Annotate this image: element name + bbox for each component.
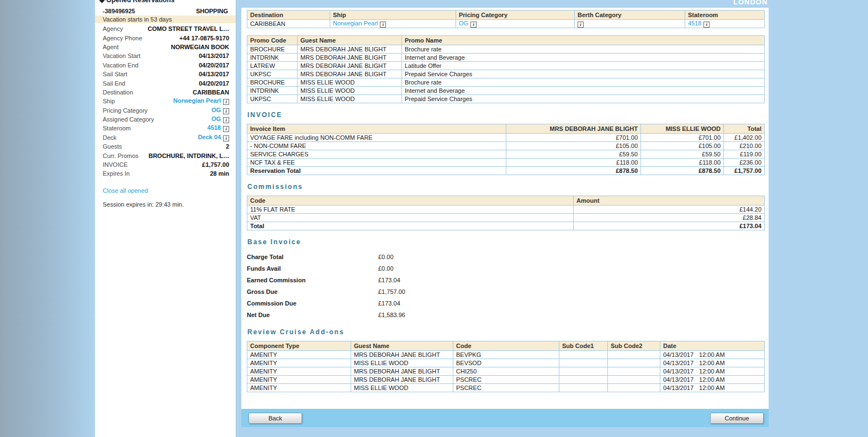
col-guest1: MRS DEBORAH JANE BLIGHT (506, 124, 641, 134)
footer-action-bar: Back Continue (241, 409, 769, 427)
reservation-id: -389496925 (103, 8, 135, 14)
addon-row: AMENITYMISS ELLIE WOODBEVSOD04/13/201712… (247, 359, 765, 367)
promo-row: BROCHUREMISS ELLIE WOODBrochure rate (247, 78, 765, 87)
commission-total-row: Total£173.04 (247, 222, 765, 230)
field-sail-end: Sail End 04/20/2017 (95, 78, 236, 87)
promo-row: UKPSCMRS DEBORAH JANE BLIGHTPrepaid Serv… (247, 70, 765, 78)
bi-funds-avail: Funds Avail£0.00 (247, 262, 764, 274)
location-label: LONDON (733, 0, 768, 6)
promo-row: UKPSCMISS ELLIE WOODPrepaid Service Char… (247, 95, 765, 103)
field-stateroom: Stateroom 4518i (95, 124, 236, 133)
col-stateroom: Stateroom (685, 10, 765, 20)
field-deck: Deck Deck 04i (95, 133, 236, 142)
col-code: Code (453, 341, 559, 351)
field-destination: Destination CARIBBEAN (95, 88, 236, 97)
addons-header-row: Component Type Guest Name Code Sub Code1… (247, 341, 765, 351)
invoice-row: SERVICE CHARGES£59.50£59.50£119.00 (247, 150, 765, 159)
vacation-countdown-notice: Vacation starts in 53 days (95, 15, 236, 23)
base-invoice-fields: Charge Total£0.00 Funds Avail£0.00 Earne… (247, 251, 764, 320)
commission-row: 11% FLAT RATE£144.20 (247, 206, 765, 214)
addons-table: Component Type Guest Name Code Sub Code1… (247, 341, 765, 392)
deck-link[interactable]: Deck 04 (198, 134, 221, 140)
col-berth-category: Berth Category (575, 10, 685, 20)
col-sub-code1: Sub Code1 (559, 341, 608, 351)
col-ship: Ship (330, 10, 456, 20)
field-guests: Guests 2 (95, 142, 236, 151)
col-promo-code: Promo Code (247, 36, 298, 45)
destination-cell: CARIBBEAN (247, 20, 330, 28)
opened-reservations-title: Opened Reservations (107, 0, 174, 4)
base-invoice-section-title: Base Invoice (247, 238, 764, 246)
promo-row: INTDRINKMISS ELLIE WOODInternet and Beve… (247, 87, 765, 95)
bi-commission-due: Commission Due£173.04 (247, 297, 764, 309)
main-content: Destination Ship Pricing Category Berth … (241, 8, 769, 392)
col-promo-name: Promo Name (402, 36, 765, 45)
stateroom-link[interactable]: 4518 (208, 124, 221, 131)
info-icon[interactable]: i (223, 126, 229, 132)
summary-table: Destination Ship Pricing Category Berth … (247, 10, 765, 28)
info-icon[interactable]: i (703, 22, 710, 28)
col-guest2: MISS ELLIE WOOD (641, 124, 724, 134)
addon-row: AMENITYMRS DEBORAH JANE BLIGHTCHI25004/1… (247, 367, 765, 376)
info-icon[interactable]: i (578, 22, 584, 28)
col-amount: Amount (574, 196, 765, 206)
commissions-section-title: Commissions (247, 183, 764, 191)
main-panel: Destination Ship Pricing Category Berth … (241, 8, 769, 427)
continue-button[interactable]: Continue (710, 413, 764, 424)
left-gradient-strip (0, 0, 95, 437)
field-vacation-start: Vacation Start 04/13/2017 (95, 51, 236, 60)
col-component-type: Component Type (247, 341, 351, 351)
field-sail-start: Sail Start 04/13/2017 (95, 70, 236, 78)
opened-reservations-header[interactable]: ◆ Opened Reservations (95, 0, 236, 6)
bi-net-due: Net Due£1,583.96 (247, 309, 764, 320)
field-pricing-category: Pricing Category OGi (95, 106, 236, 115)
pricing-category-link[interactable]: OG (459, 20, 468, 27)
promo-header-row: Promo Code Guest Name Promo Name (247, 36, 765, 45)
bi-earned-commission: Earned Commission£173.04 (247, 274, 764, 286)
session-expiry-text: Session expires in: 29:43 min. (103, 201, 236, 208)
commissions-header-row: Code Amount (247, 196, 765, 206)
reservation-fields: Agency COMO STREET TRAVEL L… Agency Phon… (95, 24, 236, 178)
info-icon[interactable]: i (223, 135, 229, 141)
invoice-header-row: Invoice Item MRS DEBORAH JANE BLIGHT MIS… (247, 124, 765, 134)
reservation-summary-row[interactable]: -389496925 SHOPPING (95, 6, 236, 15)
pricing-category-link[interactable]: OG (211, 107, 221, 113)
ship-link[interactable]: Norwegian Pearl (333, 20, 378, 27)
col-guest-name: Guest Name (351, 341, 453, 351)
info-icon[interactable]: i (223, 117, 229, 123)
invoice-section-title: INVOICE (247, 111, 764, 119)
field-expires-in: Expires In 28 min (95, 169, 236, 178)
close-all-opened-link[interactable]: Close all opened (103, 187, 236, 194)
commissions-table: Code Amount 11% FLAT RATE£144.20 VAT£28.… (247, 196, 765, 230)
info-icon[interactable]: i (380, 22, 386, 28)
promo-row: BROCHUREMRS DEBORAH JANE BLIGHTBrochure … (247, 45, 765, 54)
field-assigned-category: Assigned Category OGi (95, 115, 236, 124)
invoice-row: NCF TAX & FEE£118.00£118.00£236.00 (247, 159, 765, 167)
field-curr-promos: Curr. Promos BROCHURE, INTDRINK, L… (95, 151, 236, 160)
summary-row: CARIBBEAN Norwegian Pearli OGi i 4518i (247, 20, 765, 28)
ship-cell: Norwegian Pearli (330, 20, 456, 28)
promo-row: LATREWMRS DEBORAH JANE BLIGHTLatitude Of… (247, 62, 765, 70)
info-icon[interactable]: i (223, 99, 229, 105)
stateroom-link[interactable]: 4518 (688, 20, 701, 27)
col-sub-code2: Sub Code2 (608, 341, 660, 351)
opened-reservations-panel: ◆ Opened Reservations -389496925 SHOPPIN… (95, 0, 236, 437)
invoice-total-row: Reservation Total£878.50£878.50£1,757.00 (247, 167, 765, 175)
addon-row: AMENITYMISS ELLIE WOODPSCREC04/13/201712… (247, 384, 765, 392)
berth-category-cell: i (575, 20, 685, 28)
field-vacation-end: Vacation End 04/20/2017 (95, 61, 236, 70)
info-icon[interactable]: i (470, 22, 477, 28)
back-button[interactable]: Back (248, 413, 302, 424)
col-code: Code (247, 196, 574, 206)
assigned-category-link[interactable]: OG (211, 115, 221, 122)
invoice-table: Invoice Item MRS DEBORAH JANE BLIGHT MIS… (247, 124, 765, 175)
promo-table: Promo Code Guest Name Promo Name BROCHUR… (247, 35, 765, 103)
col-guest-name: Guest Name (298, 36, 402, 45)
addons-section-title: Review Cruise Add-ons (247, 328, 764, 336)
info-icon[interactable]: i (223, 108, 229, 114)
diamond-icon: ◆ (99, 0, 104, 4)
pricing-category-cell: OGi (456, 20, 575, 28)
ship-link[interactable]: Norwegian Pearl (173, 97, 221, 104)
field-agency: Agency COMO STREET TRAVEL L… (95, 24, 236, 33)
stateroom-cell: 4518i (685, 20, 765, 28)
